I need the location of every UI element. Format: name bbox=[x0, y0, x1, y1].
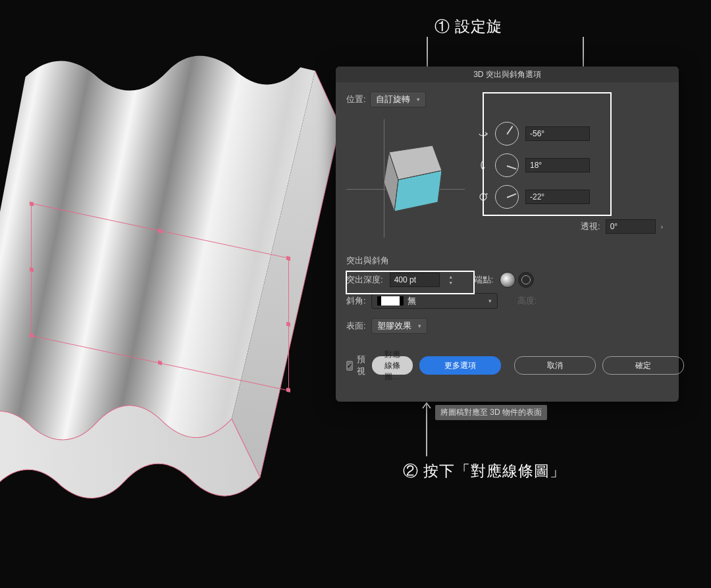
perspective-stepper[interactable]: › bbox=[661, 223, 663, 230]
rotate-z-icon bbox=[478, 192, 488, 202]
rotate-y-icon bbox=[478, 160, 488, 171]
annotation-1: ① 設定旋 bbox=[434, 16, 502, 37]
position-select[interactable]: 自訂旋轉 ▾ bbox=[370, 92, 426, 107]
extrude-bevel-section-header: 突出與斜角 bbox=[346, 255, 668, 267]
y-rotation-input[interactable] bbox=[525, 158, 590, 173]
y-rotation-dial[interactable] bbox=[495, 153, 519, 177]
x-rotation-dial[interactable] bbox=[495, 122, 519, 146]
surface-value: 塑膠效果 bbox=[377, 320, 411, 332]
ok-button[interactable]: 確定 bbox=[602, 356, 684, 375]
3d-extrude-bevel-dialog: 3D 突出與斜角選項 位置: 自訂旋轉 ▾ bbox=[336, 67, 679, 402]
surface-label: 表面: bbox=[346, 320, 366, 332]
bevel-value: 無 bbox=[408, 295, 483, 307]
chevron-down-icon: ▾ bbox=[483, 298, 497, 304]
cap-off-button[interactable] bbox=[518, 272, 534, 288]
svg-point-9 bbox=[480, 194, 487, 200]
extrude-depth-label: 突出深度: bbox=[346, 274, 383, 286]
map-art-button[interactable]: 對應線條圖… bbox=[372, 356, 413, 375]
z-rotation-dial[interactable] bbox=[495, 185, 519, 209]
tooltip-map-art: 將圖稿對應至 3D 物件的表面 bbox=[435, 405, 547, 420]
cap-on-button[interactable] bbox=[500, 272, 515, 288]
preview-label: 預視 bbox=[357, 354, 365, 377]
perspective-label: 透視: bbox=[581, 221, 600, 232]
bevel-preview-icon bbox=[377, 296, 404, 306]
annotation-2: ② 按下「對應線條圖」 bbox=[403, 461, 566, 481]
cap-label: 端點: bbox=[474, 274, 494, 286]
depth-stepper[interactable]: ▲▼ bbox=[446, 273, 456, 287]
perspective-input[interactable] bbox=[606, 219, 656, 234]
chevron-down-icon: ▾ bbox=[417, 96, 420, 103]
x-rotation-input[interactable] bbox=[525, 126, 590, 141]
dialog-title: 3D 突出與斜角選項 bbox=[336, 67, 679, 82]
surface-select[interactable]: 塑膠效果 ▾ bbox=[371, 318, 427, 334]
rotation-cube-preview[interactable] bbox=[346, 113, 471, 244]
more-options-button[interactable]: 更多選項 bbox=[419, 356, 501, 375]
z-rotation-input[interactable] bbox=[525, 190, 590, 204]
preview-checkbox[interactable]: ✓ bbox=[346, 361, 353, 371]
rotate-x-icon bbox=[478, 128, 488, 139]
extrude-depth-input[interactable] bbox=[390, 273, 440, 287]
bevel-select[interactable]: 無 ▾ bbox=[371, 293, 498, 309]
position-value: 自訂旋轉 bbox=[376, 94, 410, 105]
cancel-button[interactable]: 取消 bbox=[514, 356, 596, 375]
bevel-height-label: 高度: bbox=[517, 295, 537, 307]
position-label: 位置: bbox=[346, 94, 366, 105]
chevron-down-icon: ▾ bbox=[418, 323, 421, 329]
selection-bounding-box bbox=[31, 203, 289, 390]
bevel-label: 斜角: bbox=[346, 295, 366, 307]
